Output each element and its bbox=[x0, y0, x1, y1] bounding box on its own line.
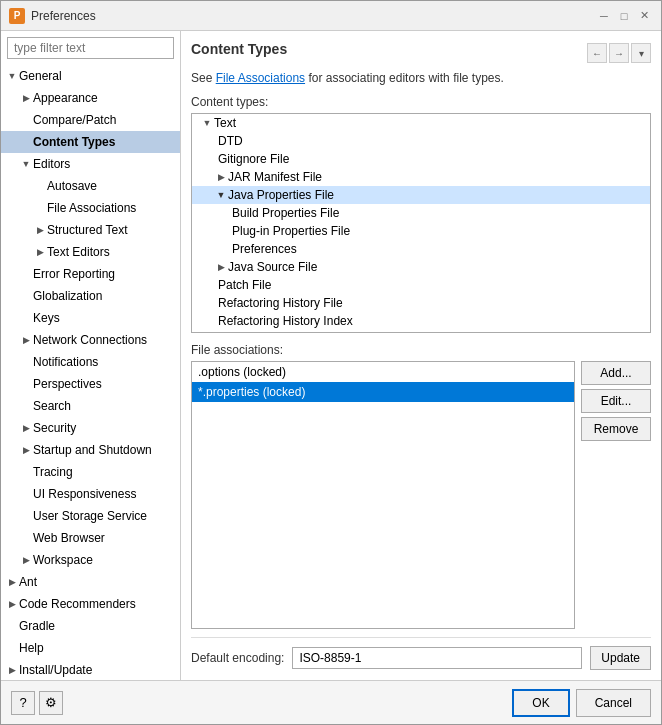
expand-icon-startup[interactable]: ▶ bbox=[19, 443, 33, 457]
sidebar-label-content-types: Content Types bbox=[33, 135, 176, 149]
sidebar-item-general[interactable]: ▼ General bbox=[1, 65, 180, 87]
ct-item-patch-file[interactable]: Patch File bbox=[192, 276, 650, 294]
expand-icon-editors[interactable]: ▼ bbox=[19, 157, 33, 171]
maximize-button[interactable]: □ bbox=[615, 7, 633, 25]
ct-expand-java-source[interactable]: ▶ bbox=[214, 260, 228, 274]
ct-item-build-props[interactable]: Build Properties File bbox=[192, 204, 650, 222]
ct-label-dtd: DTD bbox=[218, 134, 243, 148]
ct-label-java-source: Java Source File bbox=[228, 260, 317, 274]
sidebar-item-workspace[interactable]: ▶ Workspace bbox=[1, 549, 180, 571]
expand-icon-general[interactable]: ▼ bbox=[5, 69, 19, 83]
close-button[interactable]: ✕ bbox=[635, 7, 653, 25]
right-panel: Content Types ← → ▾ See File Association… bbox=[181, 31, 661, 680]
sidebar-item-user-storage[interactable]: ▶ User Storage Service bbox=[1, 505, 180, 527]
sidebar-item-editors[interactable]: ▼ Editors bbox=[1, 153, 180, 175]
filter-input[interactable] bbox=[7, 37, 174, 59]
sidebar-label-perspectives: Perspectives bbox=[33, 377, 176, 391]
ct-item-gitignore[interactable]: Gitignore File bbox=[192, 150, 650, 168]
expand-icon-install[interactable]: ▶ bbox=[5, 663, 19, 677]
sidebar-item-gradle[interactable]: ▶ Gradle bbox=[1, 615, 180, 637]
sidebar-label-keys: Keys bbox=[33, 311, 176, 325]
sidebar-item-perspectives[interactable]: ▶ Perspectives bbox=[1, 373, 180, 395]
edit-button[interactable]: Edit... bbox=[581, 389, 651, 413]
ct-item-refactoring-index[interactable]: Refactoring History Index bbox=[192, 312, 650, 330]
sidebar-item-content-types[interactable]: ▶ Content Types bbox=[1, 131, 180, 153]
sidebar-item-security[interactable]: ▶ Security bbox=[1, 417, 180, 439]
ct-item-java-source[interactable]: ▶ Java Source File bbox=[192, 258, 650, 276]
content-types-tree[interactable]: ▼ Text DTD Gitignore File ▶ bbox=[191, 113, 651, 333]
sidebar-item-network[interactable]: ▶ Network Connections bbox=[1, 329, 180, 351]
sidebar-item-globalization[interactable]: ▶ Globalization bbox=[1, 285, 180, 307]
back-button[interactable]: ← bbox=[587, 43, 607, 63]
ct-item-preferences[interactable]: Preferences bbox=[192, 240, 650, 258]
ct-expand-jar[interactable]: ▶ bbox=[214, 170, 228, 184]
expand-icon-text-editors[interactable]: ▶ bbox=[33, 245, 47, 259]
sidebar-item-ui-responsiveness[interactable]: ▶ UI Responsiveness bbox=[1, 483, 180, 505]
content-types-label: Content types: bbox=[191, 95, 651, 109]
expand-icon-network[interactable]: ▶ bbox=[19, 333, 33, 347]
file-associations-link[interactable]: File Associations bbox=[216, 71, 305, 85]
sidebar-item-appearance[interactable]: ▶ Appearance bbox=[1, 87, 180, 109]
ct-label-refactoring-index: Refactoring History Index bbox=[218, 314, 353, 328]
sidebar-item-tracing[interactable]: ▶ Tracing bbox=[1, 461, 180, 483]
add-button[interactable]: Add... bbox=[581, 361, 651, 385]
sidebar-item-notifications[interactable]: ▶ Notifications bbox=[1, 351, 180, 373]
sidebar-label-web-browser: Web Browser bbox=[33, 531, 176, 545]
sidebar-item-structured-text[interactable]: ▶ Structured Text bbox=[1, 219, 180, 241]
ok-button[interactable]: OK bbox=[512, 689, 569, 717]
sidebar-label-user-storage: User Storage Service bbox=[33, 509, 176, 523]
cancel-button[interactable]: Cancel bbox=[576, 689, 651, 717]
expand-icon-security[interactable]: ▶ bbox=[19, 421, 33, 435]
sidebar-label-general: General bbox=[19, 69, 176, 83]
fa-item-properties[interactable]: *.properties (locked) bbox=[192, 382, 574, 402]
fa-label-properties: *.properties (locked) bbox=[198, 385, 305, 399]
ct-item-refactoring-history[interactable]: Refactoring History File bbox=[192, 294, 650, 312]
sidebar-label-notifications: Notifications bbox=[33, 355, 176, 369]
ct-item-text[interactable]: ▼ Text bbox=[192, 114, 650, 132]
sidebar-item-startup[interactable]: ▶ Startup and Shutdown bbox=[1, 439, 180, 461]
ct-item-plugin-props[interactable]: Plug-in Properties File bbox=[192, 222, 650, 240]
expand-icon-ant[interactable]: ▶ bbox=[5, 575, 19, 589]
sidebar-item-keys[interactable]: ▶ Keys bbox=[1, 307, 180, 329]
update-button[interactable]: Update bbox=[590, 646, 651, 670]
sidebar-item-file-associations[interactable]: ▶ File Associations bbox=[1, 197, 180, 219]
sidebar-item-autosave[interactable]: ▶ Autosave bbox=[1, 175, 180, 197]
panel-header: Content Types ← → ▾ bbox=[191, 41, 651, 65]
sidebar-label-search: Search bbox=[33, 399, 176, 413]
ct-item-java-props[interactable]: ▼ Java Properties File bbox=[192, 186, 650, 204]
remove-button[interactable]: Remove bbox=[581, 417, 651, 441]
expand-icon-code[interactable]: ▶ bbox=[5, 597, 19, 611]
defaults-button[interactable]: ⚙ bbox=[39, 691, 63, 715]
ct-label-patch-file: Patch File bbox=[218, 278, 271, 292]
sidebar-label-file-associations: File Associations bbox=[47, 201, 176, 215]
ct-label-text: Text bbox=[214, 116, 236, 130]
sidebar-item-ant[interactable]: ▶ Ant bbox=[1, 571, 180, 593]
ct-expand-text[interactable]: ▼ bbox=[200, 116, 214, 130]
sidebar-item-compare-patch[interactable]: ▶ Compare/Patch bbox=[1, 109, 180, 131]
ct-label-jar-manifest: JAR Manifest File bbox=[228, 170, 322, 184]
sidebar-item-search[interactable]: ▶ Search bbox=[1, 395, 180, 417]
ct-item-jar-manifest[interactable]: ▶ JAR Manifest File bbox=[192, 168, 650, 186]
ct-expand-java-props[interactable]: ▼ bbox=[214, 188, 228, 202]
sidebar-label-help: Help bbox=[19, 641, 176, 655]
encoding-input[interactable] bbox=[292, 647, 582, 669]
help-button[interactable]: ? bbox=[11, 691, 35, 715]
minimize-button[interactable]: ─ bbox=[595, 7, 613, 25]
nav-dropdown-button[interactable]: ▾ bbox=[631, 43, 651, 63]
file-assoc-list[interactable]: .options (locked) *.properties (locked) bbox=[191, 361, 575, 629]
sidebar-item-web-browser[interactable]: ▶ Web Browser bbox=[1, 527, 180, 549]
expand-icon-workspace[interactable]: ▶ bbox=[19, 553, 33, 567]
forward-button[interactable]: → bbox=[609, 43, 629, 63]
sidebar-item-help[interactable]: ▶ Help bbox=[1, 637, 180, 659]
ct-item-dtd[interactable]: DTD bbox=[192, 132, 650, 150]
sidebar-item-code-recommenders[interactable]: ▶ Code Recommenders bbox=[1, 593, 180, 615]
sidebar-label-install-update: Install/Update bbox=[19, 663, 176, 677]
fa-item-options[interactable]: .options (locked) bbox=[192, 362, 574, 382]
tree-container: ▼ General ▶ Appearance ▶ Compare/Patch bbox=[1, 65, 180, 680]
sidebar-item-install-update[interactable]: ▶ Install/Update bbox=[1, 659, 180, 680]
sidebar-item-error-reporting[interactable]: ▶ Error Reporting bbox=[1, 263, 180, 285]
ct-label-preferences: Preferences bbox=[232, 242, 297, 256]
expand-icon-appearance[interactable]: ▶ bbox=[19, 91, 33, 105]
sidebar-item-text-editors[interactable]: ▶ Text Editors bbox=[1, 241, 180, 263]
expand-icon-structured-text[interactable]: ▶ bbox=[33, 223, 47, 237]
